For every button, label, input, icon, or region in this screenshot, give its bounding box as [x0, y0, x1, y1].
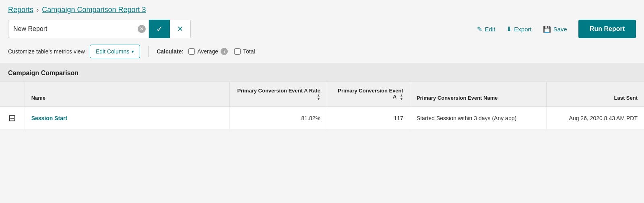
- calculate-label: Calculate:: [157, 48, 184, 55]
- breadcrumb: Reports › Campaign Comparison Report 3: [0, 0, 644, 17]
- col-header-rate[interactable]: Primary Conversion Event A Rate ▲▼: [229, 82, 327, 107]
- report-name-wrapper: ✕: [8, 20, 149, 38]
- breadcrumb-separator: ›: [37, 6, 39, 14]
- page-wrapper: Reports › Campaign Comparison Report 3 ✕…: [0, 0, 644, 203]
- row-event-name-cell: Started Session within 3 days (Any app): [410, 107, 546, 129]
- chevron-down-icon: ▾: [132, 49, 134, 54]
- col-header-icon: [0, 82, 25, 107]
- breadcrumb-current[interactable]: Campaign Comparison Report 3: [42, 6, 146, 14]
- table-header-row: Name Primary Conversion Event A Rate ▲▼ …: [0, 82, 644, 107]
- save-link[interactable]: 💾 Save: [543, 25, 567, 33]
- total-checkbox[interactable]: [234, 48, 241, 55]
- edit-icon: ✎: [477, 25, 482, 33]
- campaign-icon: ⊟: [8, 113, 16, 123]
- report-name-input[interactable]: [8, 20, 149, 38]
- info-icon[interactable]: i: [221, 48, 228, 55]
- table-row: ⊟ Session Start 81.82% 117 Started Sessi…: [0, 107, 644, 129]
- save-icon: 💾: [543, 25, 551, 33]
- campaign-comparison-table: Name Primary Conversion Event A Rate ▲▼ …: [0, 82, 644, 129]
- edit-columns-label: Edit Columns: [96, 48, 129, 55]
- calculate-options: Average i Total: [188, 48, 255, 55]
- export-link[interactable]: ⬇ Export: [506, 25, 531, 33]
- clear-input-button[interactable]: ✕: [138, 25, 146, 33]
- toolbar-right-actions: ✎ Edit ⬇ Export 💾 Save Run Report: [477, 20, 636, 38]
- col-header-event-name: Primary Conversion Event Name: [410, 82, 546, 107]
- run-report-button[interactable]: Run Report: [578, 20, 636, 38]
- divider: [148, 46, 149, 57]
- sort-rate-icon: ▲▼: [317, 94, 320, 101]
- edit-label: Edit: [485, 26, 495, 33]
- total-label[interactable]: Total: [243, 48, 255, 55]
- row-event-cell: 117: [327, 107, 410, 129]
- export-icon: ⬇: [506, 25, 512, 33]
- average-checkbox-group: Average i: [188, 48, 228, 55]
- toolbar-row: ✕ ✓ ✕ ✎ Edit ⬇ Export 💾 Save Run Report: [0, 17, 644, 42]
- export-label: Export: [514, 26, 531, 33]
- run-report-label: Run Report: [590, 25, 625, 32]
- cancel-name-button[interactable]: ✕: [170, 20, 191, 38]
- table-section: Campaign Comparison Name Primary Convers…: [0, 63, 644, 129]
- row-name-cell: Session Start: [25, 107, 229, 129]
- average-checkbox[interactable]: [188, 48, 195, 55]
- row-rate-cell: 81.82%: [229, 107, 327, 129]
- average-label[interactable]: Average: [197, 48, 218, 55]
- sort-event-icon: ▲▼: [400, 94, 403, 101]
- col-header-last-sent: Last Sent: [547, 82, 644, 107]
- table-section-title: Campaign Comparison: [0, 63, 644, 82]
- edit-link[interactable]: ✎ Edit: [477, 25, 495, 33]
- row-icon-cell: ⊟: [0, 107, 25, 129]
- edit-columns-button[interactable]: Edit Columns ▾: [90, 45, 140, 58]
- total-checkbox-group: Total: [234, 48, 255, 55]
- save-label: Save: [553, 26, 567, 33]
- customize-row: Customize table's metrics view Edit Colu…: [0, 42, 644, 63]
- check-icon: ✓: [156, 24, 163, 34]
- session-start-link[interactable]: Session Start: [31, 115, 67, 121]
- x-icon: ✕: [177, 25, 183, 33]
- customize-label: Customize table's metrics view: [8, 48, 85, 55]
- confirm-name-button[interactable]: ✓: [149, 20, 170, 38]
- row-last-sent-cell: Aug 26, 2020 8:43 AM PDT: [547, 107, 644, 129]
- breadcrumb-parent-link[interactable]: Reports: [8, 6, 33, 14]
- col-header-event[interactable]: Primary Conversion Event A ▲▼: [327, 82, 410, 107]
- col-header-name: Name: [25, 82, 229, 107]
